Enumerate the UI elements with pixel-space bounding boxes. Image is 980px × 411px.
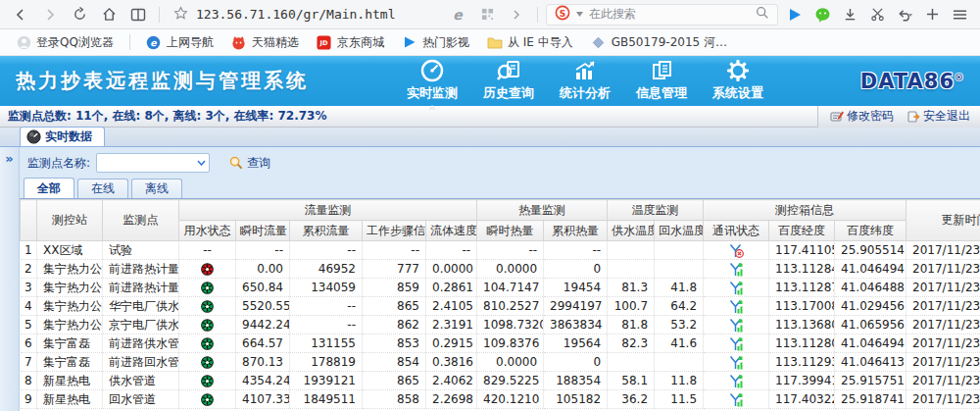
subtab-all[interactable]: 全部 [24, 178, 74, 198]
wechat-icon[interactable] [809, 3, 835, 26]
col-point[interactable]: 监测点 [103, 200, 179, 241]
col-velocity[interactable]: 流体速度 [426, 221, 477, 241]
svg-text:S: S [560, 9, 565, 19]
nav-history-query[interactable]: 历史查询 [483, 58, 534, 104]
chevron-down-icon[interactable] [193, 154, 209, 172]
cell-supply-temp: 82.3 [608, 334, 655, 353]
monitor-point-combobox[interactable] [96, 153, 210, 173]
home-icon[interactable] [96, 3, 122, 26]
col-inst-heat[interactable]: 瞬时热量 [477, 221, 544, 241]
change-password-button[interactable]: 修改密码 [824, 106, 900, 127]
cell-lng: 113.112802 [769, 334, 835, 353]
expand-icon[interactable] [504, 3, 529, 26]
col-lat[interactable]: 百度纬度 [835, 221, 906, 241]
collapsed-side-panel[interactable]: » [0, 147, 20, 411]
search-box[interactable]: S 在此搜索 [546, 4, 778, 26]
col-station[interactable]: 测控站 [37, 200, 103, 241]
cell-updated: 2017/11/23 17:2 [906, 390, 980, 409]
new-tab-icon[interactable] [919, 3, 945, 26]
cell-cum-heat: 0 [544, 353, 608, 372]
table-row[interactable]: 7集宁富磊前进路回水管道870.131788198540.38160.00000… [21, 353, 980, 372]
query-button[interactable]: 查询 [229, 155, 270, 172]
table-row[interactable]: 6集宁富磊前进路供水管道664.571311558530.2915109.837… [21, 334, 980, 353]
col-updated[interactable]: 更新时间 [906, 200, 980, 241]
col-lng[interactable]: 百度经度 [769, 221, 835, 241]
bookmark-video[interactable]: 热门影视 [396, 32, 475, 53]
cell-rownum: 6 [21, 334, 37, 353]
dropdown-caret-icon[interactable] [576, 12, 583, 17]
logout-button[interactable]: 安全退出 [902, 106, 976, 127]
col-cum-flow[interactable]: 累积流量 [290, 221, 363, 241]
table-row[interactable]: 3集宁热力公司前进路热计量供水650.841340598590.2861104.… [21, 279, 980, 297]
table-row[interactable]: 2集宁热力公司前进路热计量回水0.00469527770.00000.00000… [21, 260, 980, 279]
col-return-temp[interactable]: 回水温度 [655, 221, 704, 241]
back-icon[interactable] [8, 3, 33, 26]
monitor-point-input[interactable] [97, 155, 193, 171]
cell-point: 前进路热计量供水 [103, 279, 179, 297]
refresh-icon[interactable] [67, 3, 92, 26]
table-row[interactable]: 8新星热电供水管道4354.2419391218652.4062829.5225… [21, 372, 980, 390]
cell-cum-flow: -- [290, 241, 363, 260]
cell-signal: 858 [363, 390, 426, 409]
nav-system-settings[interactable]: 系统设置 [712, 58, 763, 104]
bookmark-gb50179[interactable]: GB50179-2015 河… [585, 32, 733, 53]
cell-lat: 41.029456 [835, 297, 906, 316]
download-icon[interactable] [837, 3, 862, 26]
cell-return-temp [655, 241, 704, 260]
nav-realtime-monitor[interactable]: 实时监测 [407, 58, 458, 104]
subtab-online[interactable]: 在线 [77, 179, 128, 198]
search-icon[interactable] [756, 6, 769, 23]
cell-signal: 853 [363, 334, 426, 353]
comm-online-icon [728, 262, 744, 277]
comm-online-icon [728, 355, 744, 370]
col-supply-temp[interactable]: 供水温度 [608, 221, 655, 241]
cell-updated: 2017/11/23 17:2 [906, 260, 980, 279]
undo-icon[interactable] [892, 3, 917, 26]
cell-lng: 117.411054 [769, 241, 835, 260]
active-nav-indicator [428, 105, 436, 110]
nav-statistics[interactable]: 统计分析 [560, 58, 611, 104]
forward-icon[interactable] [37, 3, 63, 26]
address-bar[interactable]: 123.56.71.160/gr/Main.html [168, 6, 441, 24]
col-inst-flow[interactable]: 瞬时流量 [236, 221, 290, 241]
table-row[interactable]: 1XX区域试验--------------117.41105425.905514… [21, 241, 980, 260]
cell-lng: 113.136809 [769, 316, 835, 334]
cell-cum-flow: -- [290, 316, 363, 334]
tab-realtime-data[interactable]: 实时数据 [20, 127, 105, 146]
history-search-icon [496, 58, 521, 83]
bookmark-label: 登录QQ浏览器 [36, 34, 114, 51]
nav-info-management[interactable]: 信息管理 [636, 58, 687, 104]
table-row[interactable]: 9新星热电回水管道4107.3318495118582.2698420.1210… [21, 390, 980, 409]
cell-signal: 862 [363, 316, 426, 334]
video-icon[interactable] [782, 3, 808, 26]
group-heat-monitor: 热量监测 [477, 200, 608, 221]
search-placeholder[interactable]: 在此搜索 [589, 6, 636, 23]
subtab-offline[interactable]: 离线 [131, 179, 182, 198]
logo-registered-mark: ® [955, 73, 964, 82]
qrcode-icon[interactable] [474, 3, 500, 26]
bookmark-qq-login[interactable]: 登录QQ浏览器 [10, 32, 120, 53]
col-cum-heat[interactable]: 累积热量 [544, 221, 608, 241]
table-row[interactable]: 5集宁热力公司京宁电厂供水主管9442.24--8622.31911098.73… [21, 316, 980, 334]
tabs-icon[interactable] [125, 3, 151, 26]
expand-panel-icon[interactable]: » [5, 153, 13, 411]
ie-icon[interactable]: e [445, 3, 470, 26]
table-row[interactable]: 4集宁热力公司华宁电厂供水主管5520.55--8652.4105810.252… [21, 297, 980, 316]
sogou-icon[interactable]: S [555, 5, 570, 24]
cell-supply-temp [608, 241, 655, 260]
bookmark-nav[interactable]: e 上网导航 [140, 32, 220, 53]
col-signal[interactable]: 工作步骤信号质 [363, 221, 426, 241]
col-comm-status[interactable]: 通讯状态 [704, 221, 769, 241]
group-temp-monitor: 温度监测 [608, 200, 704, 221]
url-text[interactable]: 123.56.71.160/gr/Main.html [196, 7, 396, 22]
bookmark-label: 上网导航 [167, 34, 214, 51]
bookmark-jd[interactable]: JD 京东商城 [311, 32, 390, 53]
col-water-status[interactable]: 用水状态 [179, 221, 236, 241]
bookmark-ie-import[interactable]: 从 IE 中导入 [481, 32, 579, 53]
scissors-icon[interactable] [864, 3, 890, 26]
bookmark-tmall[interactable]: 天猫精选 [225, 32, 305, 53]
menu-icon[interactable] [947, 3, 972, 26]
tab-label: 实时数据 [45, 128, 92, 145]
star-icon[interactable] [173, 6, 188, 24]
cell-lng: 113.112932 [769, 353, 835, 372]
